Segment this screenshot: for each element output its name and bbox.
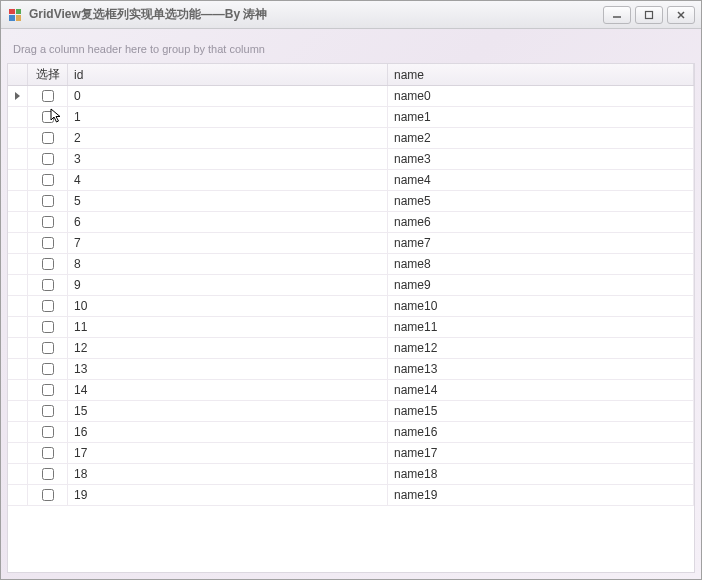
cell-id[interactable]: 15 — [68, 401, 388, 421]
cell-select — [28, 359, 68, 379]
maximize-button[interactable] — [635, 6, 663, 24]
table-row[interactable]: 16name16 — [8, 422, 694, 443]
row-checkbox[interactable] — [42, 342, 54, 354]
row-indicator — [8, 296, 28, 316]
row-checkbox[interactable] — [42, 447, 54, 459]
table-row[interactable]: 1name1 — [8, 107, 694, 128]
table-row[interactable]: 6name6 — [8, 212, 694, 233]
cell-name[interactable]: name16 — [388, 422, 694, 442]
cell-id[interactable]: 0 — [68, 86, 388, 106]
grid-header: 选择 id name — [8, 64, 694, 86]
table-row[interactable]: 15name15 — [8, 401, 694, 422]
cell-id[interactable]: 6 — [68, 212, 388, 232]
row-checkbox[interactable] — [42, 258, 54, 270]
row-indicator — [8, 317, 28, 337]
row-checkbox[interactable] — [42, 405, 54, 417]
row-checkbox[interactable] — [42, 195, 54, 207]
cell-name[interactable]: name1 — [388, 107, 694, 127]
row-checkbox[interactable] — [42, 216, 54, 228]
cell-id[interactable]: 14 — [68, 380, 388, 400]
titlebar[interactable]: GridView复选框列实现单选功能——By 涛神 — [1, 1, 701, 29]
table-row[interactable]: 10name10 — [8, 296, 694, 317]
row-checkbox[interactable] — [42, 279, 54, 291]
cell-id[interactable]: 2 — [68, 128, 388, 148]
cell-id[interactable]: 1 — [68, 107, 388, 127]
row-indicator — [8, 485, 28, 505]
cell-select — [28, 212, 68, 232]
cell-name[interactable]: name3 — [388, 149, 694, 169]
table-row[interactable]: 13name13 — [8, 359, 694, 380]
cell-id[interactable]: 10 — [68, 296, 388, 316]
minimize-button[interactable] — [603, 6, 631, 24]
cell-id[interactable]: 11 — [68, 317, 388, 337]
column-header-id[interactable]: id — [68, 64, 388, 85]
cell-id[interactable]: 8 — [68, 254, 388, 274]
grid-view: 选择 id name 0name01name12name23name34name… — [7, 63, 695, 573]
row-checkbox[interactable] — [42, 174, 54, 186]
cell-name[interactable]: name18 — [388, 464, 694, 484]
cell-id[interactable]: 18 — [68, 464, 388, 484]
cell-name[interactable]: name11 — [388, 317, 694, 337]
table-row[interactable]: 2name2 — [8, 128, 694, 149]
row-checkbox[interactable] — [42, 321, 54, 333]
cell-select — [28, 464, 68, 484]
table-row[interactable]: 3name3 — [8, 149, 694, 170]
cell-id[interactable]: 16 — [68, 422, 388, 442]
cell-id[interactable]: 7 — [68, 233, 388, 253]
column-indicator[interactable] — [8, 64, 28, 85]
cell-name[interactable]: name17 — [388, 443, 694, 463]
row-checkbox[interactable] — [42, 384, 54, 396]
table-row[interactable]: 12name12 — [8, 338, 694, 359]
cell-id[interactable]: 3 — [68, 149, 388, 169]
table-row[interactable]: 17name17 — [8, 443, 694, 464]
table-row[interactable]: 9name9 — [8, 275, 694, 296]
table-row[interactable]: 5name5 — [8, 191, 694, 212]
table-row[interactable]: 0name0 — [8, 86, 694, 107]
row-checkbox[interactable] — [42, 153, 54, 165]
row-indicator — [8, 149, 28, 169]
cell-id[interactable]: 12 — [68, 338, 388, 358]
table-row[interactable]: 19name19 — [8, 485, 694, 506]
current-row-arrow-icon — [15, 92, 20, 100]
cell-name[interactable]: name4 — [388, 170, 694, 190]
cell-name[interactable]: name13 — [388, 359, 694, 379]
cell-name[interactable]: name15 — [388, 401, 694, 421]
group-panel[interactable]: Drag a column header here to group by th… — [7, 35, 695, 63]
table-row[interactable]: 8name8 — [8, 254, 694, 275]
cell-id[interactable]: 13 — [68, 359, 388, 379]
row-checkbox[interactable] — [42, 132, 54, 144]
row-checkbox[interactable] — [42, 426, 54, 438]
row-checkbox[interactable] — [42, 363, 54, 375]
row-checkbox[interactable] — [42, 237, 54, 249]
cell-name[interactable]: name8 — [388, 254, 694, 274]
column-header-select[interactable]: 选择 — [28, 64, 68, 85]
table-row[interactable]: 7name7 — [8, 233, 694, 254]
cell-name[interactable]: name12 — [388, 338, 694, 358]
cell-name[interactable]: name2 — [388, 128, 694, 148]
column-header-name[interactable]: name — [388, 64, 694, 85]
row-checkbox[interactable] — [42, 111, 54, 123]
cell-name[interactable]: name10 — [388, 296, 694, 316]
cell-name[interactable]: name0 — [388, 86, 694, 106]
cell-name[interactable]: name5 — [388, 191, 694, 211]
table-row[interactable]: 18name18 — [8, 464, 694, 485]
table-row[interactable]: 11name11 — [8, 317, 694, 338]
cell-id[interactable]: 17 — [68, 443, 388, 463]
close-button[interactable] — [667, 6, 695, 24]
cell-id[interactable]: 5 — [68, 191, 388, 211]
cell-id[interactable]: 9 — [68, 275, 388, 295]
cell-name[interactable]: name9 — [388, 275, 694, 295]
table-row[interactable]: 4name4 — [8, 170, 694, 191]
grid-body[interactable]: 0name01name12name23name34name45name56nam… — [8, 86, 694, 572]
cell-id[interactable]: 19 — [68, 485, 388, 505]
row-checkbox[interactable] — [42, 489, 54, 501]
cell-name[interactable]: name14 — [388, 380, 694, 400]
cell-name[interactable]: name6 — [388, 212, 694, 232]
row-checkbox[interactable] — [42, 300, 54, 312]
row-checkbox[interactable] — [42, 468, 54, 480]
cell-id[interactable]: 4 — [68, 170, 388, 190]
row-checkbox[interactable] — [42, 90, 54, 102]
cell-name[interactable]: name7 — [388, 233, 694, 253]
table-row[interactable]: 14name14 — [8, 380, 694, 401]
cell-name[interactable]: name19 — [388, 485, 694, 505]
